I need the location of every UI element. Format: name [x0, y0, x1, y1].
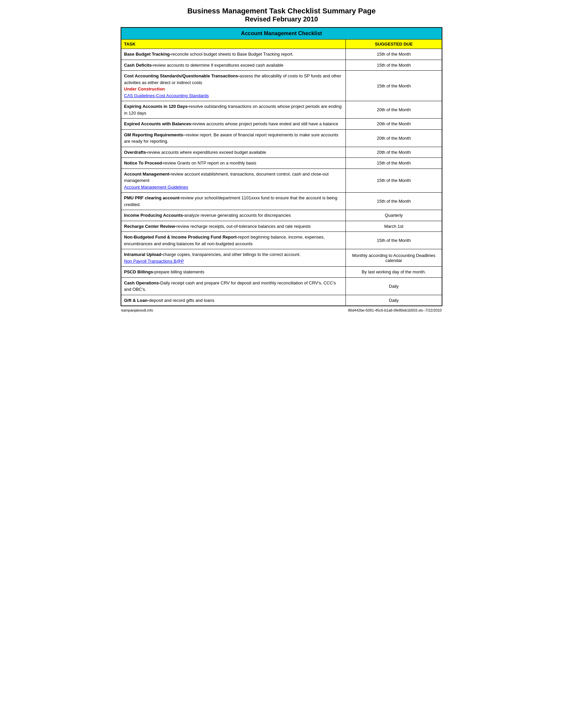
task-bold-text: GM Reporting Requirements-- — [124, 132, 186, 137]
task-cell: PSCD Billings-prepare billing statements — [121, 267, 346, 278]
main-table: Account Management Checklist TASK SUGGES… — [121, 27, 442, 306]
due-cell: 15th of the Month — [346, 169, 442, 193]
title-line2: Revised February 2010 — [121, 15, 442, 23]
task-bold-text: Intramural Upload- — [124, 252, 163, 257]
task-cell: Recharge Center Review-review recharge r… — [121, 221, 346, 232]
due-cell: 20th of the Month — [346, 101, 442, 119]
table-row: Expiring Accounts in 120 Days-resolve ou… — [121, 101, 442, 119]
due-cell: By last working day of the month. — [346, 267, 442, 278]
page-wrapper: Business Management Task Checklist Summa… — [121, 7, 442, 313]
table-row: Expired Accounts with Balances-review ac… — [121, 119, 442, 130]
due-cell: 15th of the Month — [346, 60, 442, 71]
table-row: Overdrafts-review accounts where expendi… — [121, 147, 442, 158]
due-cell: 15th of the Month — [346, 232, 442, 249]
task-bold-text: Gift & Loan- — [124, 298, 149, 303]
due-cell: 15th of the Month — [346, 158, 442, 169]
task-bold-text: Recharge Center Review- — [124, 224, 177, 229]
task-bold-text: Income Producing Accounts- — [124, 213, 184, 218]
task-cell: Cash Deficits-review accounts to determi… — [121, 60, 346, 71]
table-row: Recharge Center Review-review recharge r… — [121, 221, 442, 232]
task-bold-text: Expired Accounts with Balances- — [124, 121, 193, 126]
col-task-header: TASK — [121, 40, 346, 49]
table-row: GM Reporting Requirements--review report… — [121, 129, 442, 147]
task-cell: Expiring Accounts in 120 Days-resolve ou… — [121, 101, 346, 119]
task-cell: PMU PRF clearing account-review your sch… — [121, 193, 346, 210]
task-cell: Notice To Proceed-review Grants on NTP r… — [121, 158, 346, 169]
footer-right: 86d442be-5091-45c6-b1a6-0fe80eb1b503.xls… — [203, 308, 442, 312]
due-cell: Quarterly — [346, 210, 442, 221]
table-row: Notice To Proceed-review Grants on NTP r… — [121, 158, 442, 169]
section-header-row: Account Management Checklist — [121, 27, 442, 40]
task-bold-text: PMU PRF clearing account- — [124, 195, 181, 200]
due-cell: 15th of the Month — [346, 193, 442, 210]
table-row: Account Management-review account establ… — [121, 169, 442, 193]
task-bold-text: Expiring Accounts in 120 Days- — [124, 104, 189, 109]
due-cell: March 1st — [346, 221, 442, 232]
task-cell: Cash Operations-Daily receipt cash and p… — [121, 277, 346, 295]
due-cell: Daily — [346, 295, 442, 306]
task-link[interactable]: CAS Guidelines-Cost Accounting Standards — [124, 93, 209, 98]
table-row: Intramural Upload-charge copies, transpa… — [121, 249, 442, 267]
table-row: PSCD Billings-prepare billing statements… — [121, 267, 442, 278]
task-cell: Account Management-review account establ… — [121, 169, 346, 193]
page-title: Business Management Task Checklist Summa… — [121, 7, 442, 23]
due-cell: 15th of the Month — [346, 71, 442, 101]
column-header-row: TASK SUGGESTED DUE — [121, 40, 442, 49]
task-link[interactable]: Account Management Guidelines — [124, 185, 188, 190]
due-cell: 20th of the Month — [346, 119, 442, 130]
table-row: Cash Operations-Daily receipt cash and p… — [121, 277, 442, 295]
task-cell: Base Budget Tracking-reconcile school bu… — [121, 49, 346, 60]
due-cell: Daily — [346, 277, 442, 295]
task-cell: Income Producing Accounts-analyze revenu… — [121, 210, 346, 221]
task-bold-text: Cash Deficits- — [124, 63, 153, 68]
task-bold-text: Cash Operations- — [124, 280, 160, 285]
task-link[interactable]: Non Payroll Transactions B@P — [124, 259, 184, 264]
title-line1: Business Management Task Checklist Summa… — [121, 7, 442, 15]
col-due-header: SUGGESTED DUE — [346, 40, 442, 49]
task-cell: Intramural Upload-charge copies, transpa… — [121, 249, 346, 267]
task-cell: Gift & Loan-deposit and record gifts and… — [121, 295, 346, 306]
task-bold-text: Overdrafts- — [124, 150, 147, 155]
footer-table: kampanjakoodi.info 86d442be-5091-45c6-b1… — [121, 308, 442, 313]
table-row: Income Producing Accounts-analyze revenu… — [121, 210, 442, 221]
task-bold-text: Base Budget Tracking- — [124, 52, 171, 57]
table-row: Cost Accounting Standards/Questionable T… — [121, 71, 442, 101]
task-cell: Expired Accounts with Balances-review ac… — [121, 119, 346, 130]
table-row: Cash Deficits-review accounts to determi… — [121, 60, 442, 71]
due-cell: 15th of the Month — [346, 49, 442, 60]
due-cell: 20th of the Month — [346, 147, 442, 158]
task-cell: Overdrafts-review accounts where expendi… — [121, 147, 346, 158]
task-bold-text: Cost Accounting Standards/Questionable T… — [124, 73, 240, 78]
under-construction-label: Under Construction — [124, 86, 165, 91]
footer-left: kampanjakoodi.info — [121, 308, 202, 312]
due-cell: Monthly according to Accounting Deadline… — [346, 249, 442, 267]
task-cell: Cost Accounting Standards/Questionable T… — [121, 71, 346, 101]
table-row: Non-Budgeted Fund & Income Producing Fun… — [121, 232, 442, 249]
task-bold-text: PSCD Billings- — [124, 269, 154, 274]
section-header-cell: Account Management Checklist — [121, 27, 442, 40]
table-row: PMU PRF clearing account-review your sch… — [121, 193, 442, 210]
task-bold-text: Notice To Proceed- — [124, 160, 164, 166]
table-row: Base Budget Tracking-reconcile school bu… — [121, 49, 442, 60]
task-bold-text: Account Management- — [124, 172, 171, 177]
footer-row: kampanjakoodi.info 86d442be-5091-45c6-b1… — [121, 308, 442, 312]
task-bold-text: Non-Budgeted Fund & Income Producing Fun… — [124, 235, 238, 240]
due-cell: 20th of the Month — [346, 129, 442, 147]
task-cell: GM Reporting Requirements--review report… — [121, 129, 346, 147]
table-row: Gift & Loan-deposit and record gifts and… — [121, 295, 442, 306]
task-cell: Non-Budgeted Fund & Income Producing Fun… — [121, 232, 346, 249]
